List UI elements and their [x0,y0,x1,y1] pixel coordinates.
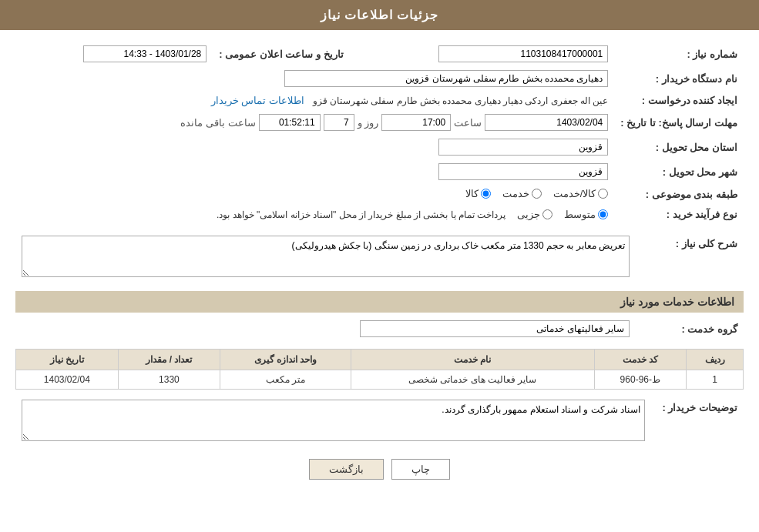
buyer-notes-table: توضیحات خریدار : اسناد شرکت و اسناد استع… [15,396,744,447]
col-code: کد خدمت [594,350,686,370]
row-category: طبقه بندی موضوعی : کالا/خدمت خدمت [15,184,744,205]
org-name-input[interactable] [284,70,608,87]
table-header-row: ردیف کد خدمت نام خدمت واحد اندازه گیری ت… [16,350,744,370]
days-label: روز و [358,117,379,129]
purchase-type-radio-group: متوسط جزیی [517,209,608,220]
back-button[interactable]: بازگشت [309,459,384,480]
announce-datetime-label: تاریخ و ساعت اعلان عمومی : [213,42,349,66]
deadline-date-input[interactable] [485,114,608,131]
cell-code: ط-96-960 [594,370,686,390]
city-label: شهر محل تحویل : [614,159,744,184]
org-name-cell [15,66,614,91]
kala-khedmat-label: کالا/خدمت [553,188,596,199]
radio-jozi[interactable] [542,209,552,219]
row-province: استان محل تحویل : [15,135,744,159]
category-option-kala[interactable]: کالا [465,188,491,199]
page-container: جزئیات اطلاعات نیاز شماره نیاز : تاریخ و… [0,0,759,532]
time-label: ساعت [454,117,482,129]
row-need-description: شرح کلی نیاز : تعریض معابر به حجم 1330 م… [15,232,744,283]
row-need-number: شماره نیاز : تاریخ و ساعت اعلان عمومی : [15,42,744,66]
city-input[interactable] [438,163,608,180]
need-number-label: شماره نیاز : [614,42,744,66]
province-cell [15,135,614,159]
services-data-table: ردیف کد خدمت نام خدمت واحد اندازه گیری ت… [15,349,744,390]
col-date: تاریخ نیاز [16,350,119,370]
remaining-label: ساعت باقی مانده [180,117,255,129]
reply-deadline-cell: ساعت روز و ساعت باقی مانده [15,110,614,135]
need-description-table: شرح کلی نیاز : تعریض معابر به حجم 1330 م… [15,232,744,283]
motavaset-label: متوسط [564,209,596,220]
row-service-group: گروه خدمت : [15,316,744,341]
deadline-remaining-input[interactable] [259,114,321,131]
cell-name: سایر فعالیت های خدماتی شخصی [351,370,595,390]
buyer-notes-textarea[interactable]: اسناد شرکت و اسناد استعلام ممهور بارگذار… [22,400,645,441]
purchase-type-jozi[interactable]: جزیی [517,209,552,220]
service-group-label: گروه خدمت : [636,316,744,341]
col-name: نام خدمت [351,350,595,370]
radio-motavaset[interactable] [598,209,608,219]
buyer-notes-label: توضیحات خریدار : [651,396,744,447]
province-label: استان محل تحویل : [614,135,744,159]
cell-unit: متر مکعب [220,370,351,390]
radio-kala[interactable] [481,189,491,199]
purchase-type-cell: متوسط جزیی پرداخت تمام یا بخشی از مبلغ خ… [15,205,614,224]
service-group-input[interactable] [360,320,630,337]
province-input[interactable] [438,139,608,156]
purchase-type-motavaset[interactable]: متوسط [564,209,608,220]
row-city: شهر محل تحویل : [15,159,744,184]
service-group-cell [15,316,636,341]
buyer-notes-cell: اسناد شرکت و اسناد استعلام ممهور بارگذار… [15,396,651,447]
col-quantity: تعداد / مقدار [118,350,220,370]
purchase-type-note: پرداخت تمام یا بخشی از مبلغ خریدار از مح… [217,209,505,220]
need-description-label: شرح کلی نیاز : [636,232,744,283]
contact-info-link[interactable]: اطلاعات تماس خریدار [211,95,304,106]
category-label: طبقه بندی موضوعی : [614,184,744,205]
services-section-title: اطلاعات خدمات مورد نیاز [15,291,744,313]
announce-datetime-input[interactable] [83,45,207,62]
announce-datetime-cell [15,42,213,66]
cell-row-num: 1 [687,370,744,390]
deadline-days-input[interactable] [324,114,354,131]
khedmat-label: خدمت [502,188,529,199]
purchase-type-label: نوع فرآیند خرید : [614,205,744,224]
category-cell: کالا/خدمت خدمت کالا [15,184,614,205]
row-org-name: نام دستگاه خریدار : [15,66,744,91]
cell-quantity: 1330 [118,370,220,390]
row-reply-deadline: مهلت ارسال پاسخ: تا تاریخ : ساعت روز و س… [15,110,744,135]
category-radio-group: کالا/خدمت خدمت کالا [465,188,609,199]
created-by-cell: عین اله جعفری اردکی دهیار دهیاری محمدده … [15,91,614,110]
cell-date: 1403/02/04 [16,370,119,390]
row-created-by: ایجاد کننده درخواست : عین اله جعفری اردک… [15,91,744,110]
need-description-cell: تعریض معابر به حجم 1330 متر مکعب خاک برد… [15,232,636,283]
col-unit: واحد اندازه گیری [220,350,351,370]
category-option-kala-khedmat[interactable]: کالا/خدمت [553,188,609,199]
service-group-table: گروه خدمت : [15,316,744,341]
created-by-value: عین اله جعفری اردکی دهیار دهیاری محمدده … [313,95,609,106]
row-purchase-type: نوع فرآیند خرید : متوسط جزیی [15,205,744,224]
need-number-cell [350,42,615,66]
org-name-label: نام دستگاه خریدار : [614,66,744,91]
print-button[interactable]: چاپ [391,459,450,480]
page-title: جزئیات اطلاعات نیاز [321,8,439,22]
content-area: شماره نیاز : تاریخ و ساعت اعلان عمومی : … [0,30,759,491]
jozi-label: جزیی [517,209,540,220]
page-header: جزئیات اطلاعات نیاز [0,0,759,30]
buttons-row: چاپ بازگشت [15,459,744,480]
created-by-label: ایجاد کننده درخواست : [614,91,744,110]
city-cell [15,159,614,184]
form-table: شماره نیاز : تاریخ و ساعت اعلان عمومی : … [15,42,744,224]
need-number-input[interactable] [438,45,608,62]
deadline-time-input[interactable] [381,114,451,131]
col-row-num: ردیف [687,350,744,370]
need-description-textarea[interactable]: تعریض معابر به حجم 1330 متر مکعب خاک برد… [22,236,630,277]
reply-deadline-label: مهلت ارسال پاسخ: تا تاریخ : [614,110,744,135]
row-buyer-notes: توضیحات خریدار : اسناد شرکت و اسناد استع… [15,396,744,447]
kala-label: کالا [465,188,479,199]
category-option-khedmat[interactable]: خدمت [502,188,542,199]
table-row: 1 ط-96-960 سایر فعالیت های خدماتی شخصی م… [16,370,744,390]
radio-kala-khedmat[interactable] [598,189,608,199]
radio-khedmat[interactable] [532,189,542,199]
